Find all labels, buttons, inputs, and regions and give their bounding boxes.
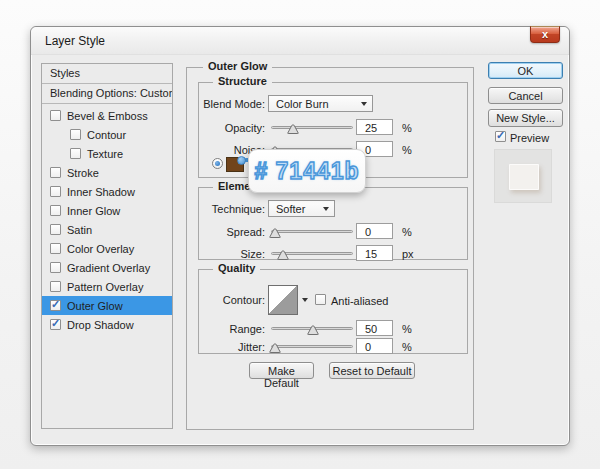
style-checkbox[interactable] [50, 281, 61, 292]
outer-glow-panel: Outer Glow Structure Blend Mode: Color B… [186, 67, 474, 430]
sidebar-item-gradient-overlay[interactable]: Gradient Overlay [42, 258, 172, 277]
style-checkbox[interactable] [50, 224, 61, 235]
opacity-input[interactable]: 25 [356, 119, 393, 135]
opacity-slider-thumb[interactable] [287, 124, 299, 134]
jitter-row: Jitter: 0 % [199, 338, 467, 356]
title-bar[interactable]: Layer Style x [31, 27, 569, 55]
window-title: Layer Style [45, 34, 105, 48]
preview-label[interactable]: Preview [510, 132, 549, 144]
opacity-label: Opacity: [199, 122, 265, 134]
technique-dropdown[interactable]: Softer [268, 200, 335, 217]
sidebar-header-styles[interactable]: Styles [42, 64, 172, 84]
spread-slider-track[interactable] [271, 230, 353, 233]
range-unit: % [402, 323, 412, 335]
layer-style-dialog: Layer Style x Styles Blending Options: C… [30, 26, 570, 446]
spread-label: Spread: [199, 226, 265, 238]
elements-group: Elements Technique: Softer Spread: 0 % S… [198, 187, 468, 260]
size-unit: px [402, 248, 414, 260]
style-checkbox[interactable] [50, 319, 61, 330]
sidebar-item-pattern-overlay[interactable]: Pattern Overlay [42, 277, 172, 296]
make-default-button[interactable]: Make Default [249, 362, 314, 379]
chevron-down-icon [361, 102, 367, 109]
new-style-button[interactable]: New Style... [488, 109, 563, 127]
sidebar-item-texture[interactable]: Texture [42, 144, 172, 163]
opacity-slider-track[interactable] [271, 126, 353, 129]
sidebar-item-drop-shadow[interactable]: Drop Shadow [42, 315, 172, 334]
quality-group: Quality Contour: Anti-aliased Range: 50 … [198, 269, 468, 354]
sidebar-item-inner-glow[interactable]: Inner Glow [42, 201, 172, 220]
close-icon[interactable]: x [530, 26, 560, 43]
panel-title: Outer Glow [203, 60, 272, 72]
style-label: Texture [87, 148, 123, 160]
jitter-input[interactable]: 0 [356, 338, 393, 354]
anti-aliased-checkbox[interactable] [315, 294, 326, 305]
technique-label: Technique: [199, 203, 265, 215]
chevron-down-icon[interactable] [302, 298, 308, 305]
blend-mode-dropdown[interactable]: Color Burn [268, 95, 373, 112]
style-checkbox[interactable] [50, 243, 61, 254]
jitter-label: Jitter: [199, 341, 265, 353]
jitter-slider-thumb[interactable] [269, 343, 281, 353]
style-checkbox[interactable] [50, 262, 61, 273]
contour-row: Contour: Anti-aliased [199, 282, 467, 316]
style-checkbox[interactable] [50, 205, 61, 216]
styles-sidebar: Styles Blending Options: Custom Bevel & … [41, 63, 173, 429]
style-checkbox[interactable] [50, 167, 61, 178]
hex-color-callout: # 71441b [248, 149, 366, 193]
sidebar-item-inner-shadow[interactable]: Inner Shadow [42, 182, 172, 201]
size-input[interactable]: 15 [356, 245, 393, 261]
style-checkbox[interactable] [50, 186, 61, 197]
style-label: Satin [67, 224, 92, 236]
noise-unit: % [402, 144, 412, 156]
style-label: Inner Glow [67, 205, 120, 217]
style-label: Inner Shadow [67, 186, 135, 198]
hex-color-text: # 71441b [254, 158, 359, 185]
style-preview-shape [509, 164, 539, 190]
reset-to-default-button[interactable]: Reset to Default [329, 362, 415, 379]
style-checkbox[interactable] [70, 148, 81, 159]
sidebar-item-bevel-emboss[interactable]: Bevel & Emboss [42, 106, 172, 125]
jitter-unit: % [402, 341, 412, 353]
style-checkbox[interactable] [50, 110, 61, 121]
sidebar-item-color-overlay[interactable]: Color Overlay [42, 239, 172, 258]
style-label: Color Overlay [67, 243, 134, 255]
style-checkbox[interactable] [70, 129, 81, 140]
ok-button[interactable]: OK [488, 62, 563, 79]
size-slider[interactable] [271, 247, 353, 261]
jitter-slider[interactable] [271, 340, 353, 354]
spread-row: Spread: 0 % [199, 223, 467, 241]
range-slider[interactable] [271, 322, 353, 336]
size-row: Size: 15 px [199, 245, 467, 263]
spread-slider-thumb[interactable] [269, 228, 281, 238]
opacity-slider[interactable] [271, 121, 353, 135]
preview-checkbox[interactable] [495, 131, 506, 142]
cancel-button[interactable]: Cancel [488, 87, 563, 104]
sidebar-item-outer-glow[interactable]: Outer Glow [42, 296, 172, 315]
callout-connector-dot [237, 156, 246, 165]
blend-mode-label: Blend Mode: [199, 98, 265, 110]
sidebar-item-satin[interactable]: Satin [42, 220, 172, 239]
jitter-slider-track[interactable] [271, 345, 353, 348]
opacity-row: Opacity: 25 % [199, 119, 467, 137]
contour-picker[interactable] [268, 285, 298, 315]
sidebar-item-blending-options[interactable]: Blending Options: Custom [42, 84, 172, 104]
style-label: Drop Shadow [67, 319, 134, 331]
range-input[interactable]: 50 [356, 320, 393, 336]
chevron-down-icon [323, 207, 329, 214]
spread-slider[interactable] [271, 225, 353, 239]
size-label: Size: [199, 248, 265, 260]
color-radio[interactable] [212, 158, 223, 169]
style-label: Contour [87, 129, 126, 141]
anti-aliased-label: Anti-aliased [331, 295, 388, 307]
spread-input[interactable]: 0 [356, 223, 393, 239]
spread-unit: % [402, 226, 412, 238]
structure-legend: Structure [213, 75, 272, 87]
styles-list: Bevel & EmbossContourTextureStrokeInner … [42, 104, 172, 334]
style-label: Stroke [67, 167, 99, 179]
size-slider-thumb[interactable] [277, 250, 289, 260]
range-slider-thumb[interactable] [307, 325, 319, 335]
technique-value: Softer [276, 203, 305, 215]
sidebar-item-contour[interactable]: Contour [42, 125, 172, 144]
sidebar-item-stroke[interactable]: Stroke [42, 163, 172, 182]
style-checkbox[interactable] [50, 300, 61, 311]
